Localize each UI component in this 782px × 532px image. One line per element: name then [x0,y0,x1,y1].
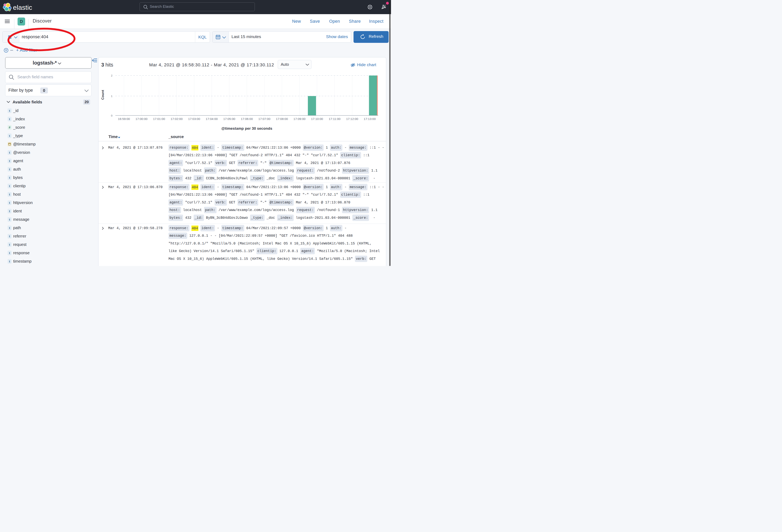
svg-text:17:04:00: 17:04:00 [206,117,218,120]
svg-text:17:06:00: 17:06:00 [241,117,253,120]
svg-text:17:13:00: 17:13:00 [364,117,376,120]
svg-text:17:08:00: 17:08:00 [276,117,288,120]
svg-text:@timestamp per 30 seconds: @timestamp per 30 seconds [221,126,272,130]
svg-text:17:07:00: 17:07:00 [258,117,271,120]
svg-text:17:05:00: 17:05:00 [223,117,236,120]
svg-text:17:01:00: 17:01:00 [153,117,165,120]
svg-text:0: 0 [111,114,112,117]
svg-text:17:11:00: 17:11:00 [329,117,341,120]
svg-text:1: 1 [111,94,112,98]
svg-text:Count: Count [101,90,105,100]
svg-text:17:03:00: 17:03:00 [188,117,201,120]
svg-text:17:00:00: 17:00:00 [135,117,147,120]
svg-text:17:09:00: 17:09:00 [293,117,306,120]
svg-text:2: 2 [111,74,112,77]
svg-text:17:12:00: 17:12:00 [346,117,358,120]
svg-text:17:10:00: 17:10:00 [311,117,323,120]
svg-text:17:02:00: 17:02:00 [171,117,183,120]
svg-text:16:59:00: 16:59:00 [118,117,130,120]
